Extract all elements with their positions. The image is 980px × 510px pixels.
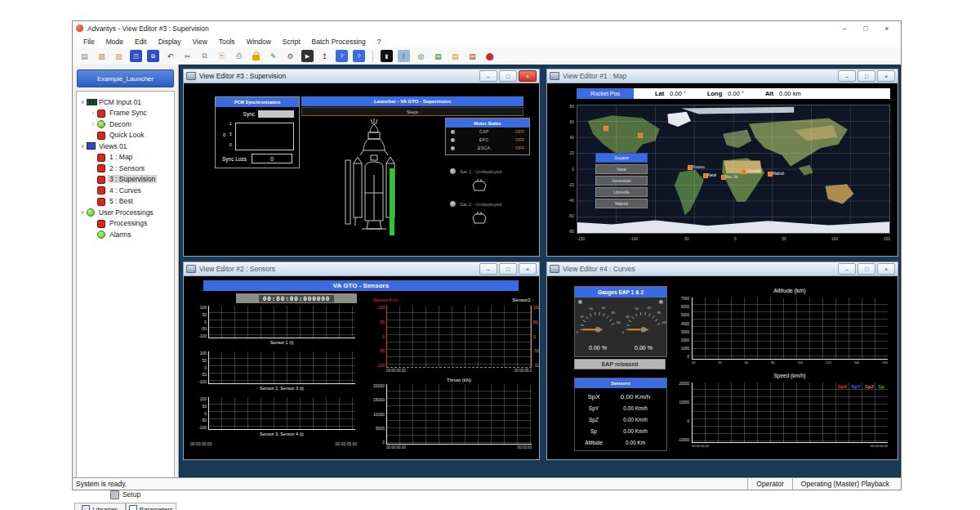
tools-icon[interactable]: ⚙	[284, 50, 296, 62]
menu-file[interactable]: File	[78, 38, 100, 46]
setup-item[interactable]: Setup	[73, 489, 178, 500]
maximize-button[interactable]: □	[499, 70, 517, 82]
station-button-guyane[interactable]: Guyane	[595, 153, 648, 163]
tick-label: 00:00:05.0	[514, 369, 532, 374]
cut-icon[interactable]: ✂	[181, 50, 194, 62]
tree-item-decom[interactable]: ›Decom	[77, 119, 174, 130]
close-button[interactable]: ×	[877, 70, 895, 82]
record-icon[interactable]: ⬤	[483, 50, 496, 62]
tree-item-4-curves[interactable]: 4 : Curves	[77, 185, 174, 196]
close-button[interactable]: ×	[519, 263, 537, 275]
view-icon	[550, 72, 559, 80]
new-file-icon[interactable]: ▤	[78, 50, 91, 62]
tree-item-1-map[interactable]: 1 : Map	[77, 152, 174, 163]
supervision-titlebar[interactable]: View Editor #3 : Supervision – □ ×	[184, 69, 539, 83]
tick-label: 00:00:00.00	[190, 442, 212, 446]
tick-label: -100	[630, 236, 638, 241]
menu-tools[interactable]: Tools	[213, 38, 241, 46]
tick-label: -40	[568, 199, 574, 203]
tick-label: 1000	[681, 347, 689, 351]
menu-view[interactable]: View	[187, 38, 213, 46]
print-icon[interactable]: ⎙	[233, 50, 245, 62]
curves-titlebar[interactable]: View Editor #4 : Curves – □ ×	[547, 262, 898, 276]
screen-search-icon[interactable]: ◎	[415, 50, 427, 62]
tree-item-alarms[interactable]: Alarms	[77, 229, 174, 240]
tree-item-label: 1 : Map	[108, 153, 134, 161]
tree-item-user-processings[interactable]: ∨User Processings	[77, 207, 174, 218]
station-button-natal[interactable]: Natal	[595, 164, 648, 174]
tree-item-quick-look[interactable]: Quick Look	[77, 130, 174, 141]
open-folder-icon[interactable]: ▨	[113, 50, 125, 62]
tree-item-pcm-input-01[interactable]: ∨PCM Input 01	[77, 96, 174, 108]
minimize-button[interactable]: –	[479, 263, 497, 275]
tree-item-2-sensors[interactable]: 2 : Sensors	[77, 163, 174, 174]
sensor4-plot	[386, 306, 532, 368]
close-button[interactable]: ×	[877, 263, 895, 275]
maximize-button[interactable]: □	[858, 263, 875, 275]
app-close-button[interactable]: ×	[876, 22, 898, 34]
menu-script[interactable]: Script	[277, 38, 306, 46]
undo-icon[interactable]: ↶	[164, 50, 176, 62]
paste-icon[interactable]: ⎘	[216, 50, 228, 62]
maximize-button[interactable]: □	[499, 263, 517, 275]
context-help-icon[interactable]: ?	[336, 50, 348, 62]
tree-item-processings[interactable]: Processings	[77, 218, 174, 230]
minimize-button[interactable]: –	[479, 70, 497, 82]
tree-item-5-best[interactable]: 5 : Best	[77, 196, 174, 208]
view-icon	[186, 265, 196, 273]
menu--[interactable]: ?	[372, 38, 387, 46]
alarm-doc-icon[interactable]: ▤	[466, 50, 479, 62]
rocket-pos-button[interactable]: Rocket Pos	[577, 88, 634, 99]
tick-label: 40	[569, 136, 574, 140]
lat-value: 0.00 °	[670, 90, 686, 97]
app-titlebar[interactable]: Advantys - View Editor #3 : Supervision …	[73, 21, 901, 36]
upload-icon[interactable]: ↥	[318, 50, 331, 62]
tab-libraries[interactable]: Libraries	[74, 503, 126, 510]
app-minimize-button[interactable]: –	[834, 22, 855, 34]
processing-doc-icon[interactable]: ▤	[449, 50, 461, 62]
expander-icon[interactable]: ›	[89, 110, 97, 116]
copy-icon[interactable]: ⧉	[198, 50, 211, 62]
tab-parameters[interactable]: Parameters	[126, 503, 177, 510]
sensors-titlebar[interactable]: View Editor #2 : Sensors – □ ×	[184, 262, 539, 276]
save-all-icon[interactable]: ⧉	[147, 50, 159, 62]
tick-label: 100	[831, 236, 838, 241]
tick-label: 15000	[373, 398, 385, 402]
menu-batch-processing[interactable]: Batch Processing	[306, 38, 372, 46]
menu-window[interactable]: Window	[241, 38, 277, 46]
export-green-icon[interactable]: ▤	[432, 50, 444, 62]
station-button-libreville[interactable]: Libreville	[595, 187, 648, 197]
app-maximize-button[interactable]: □	[855, 22, 876, 34]
green-icon	[97, 230, 105, 238]
launcher-button[interactable]: Example_Launcher	[77, 69, 174, 87]
tick-label: 100	[533, 306, 539, 310]
edit-icon[interactable]: ✎	[267, 50, 279, 62]
map-titlebar[interactable]: View Editor #1 : Map – □ ×	[547, 69, 898, 83]
maximize-button[interactable]: □	[858, 70, 875, 82]
station-button-ascension[interactable]: Ascension	[595, 176, 648, 186]
open-file-icon[interactable]: ▧	[96, 50, 108, 62]
play-icon[interactable]: ▶	[301, 50, 314, 62]
screen-blue-icon[interactable]: ▯	[398, 50, 410, 62]
menu-mode[interactable]: Mode	[100, 38, 129, 46]
menu-display[interactable]: Display	[153, 38, 187, 46]
screen-black-icon[interactable]: ▮	[381, 50, 393, 62]
close-button[interactable]: ×	[519, 70, 537, 82]
expander-icon[interactable]: ∨	[78, 99, 87, 105]
minimize-button[interactable]: –	[838, 70, 856, 82]
app-logo-icon	[76, 25, 83, 32]
tree-item-views-01[interactable]: ∨Views 01	[77, 141, 174, 152]
help-icon[interactable]: ?	[353, 50, 365, 62]
expander-icon[interactable]: ›	[89, 121, 97, 127]
lock-icon[interactable]	[250, 50, 262, 62]
tree-item-frame-sync[interactable]: ›Frame Sync	[77, 108, 174, 119]
expander-icon[interactable]: ∨	[78, 209, 87, 216]
altitude-plot	[692, 298, 888, 360]
save-icon[interactable]: ◫	[130, 50, 142, 62]
tree-item-3-supervision[interactable]: 3 : Supervision	[77, 174, 174, 186]
minimize-button[interactable]: –	[838, 263, 856, 275]
station-button-malindi[interactable]: Malindi	[595, 199, 648, 208]
tick-label: 6000	[681, 306, 689, 310]
expander-icon[interactable]: ∨	[78, 143, 87, 150]
menu-edit[interactable]: Edit	[129, 38, 153, 46]
